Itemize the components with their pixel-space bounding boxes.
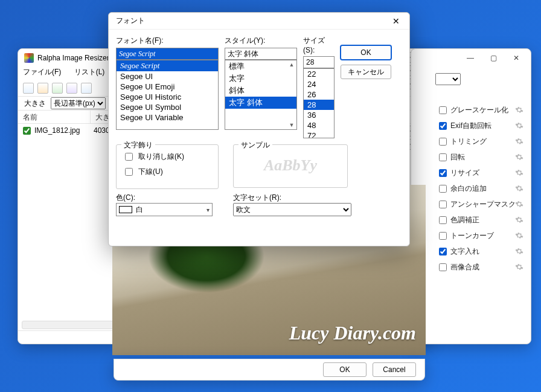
side-item-check-7[interactable] xyxy=(439,216,447,224)
side-item-7[interactable]: 色調補正 xyxy=(411,212,531,228)
font-style-column: スタイル(Y): ▲▼ 標準太字斜体太字 斜体 xyxy=(225,36,297,138)
font-size-list[interactable]: 22242628364872 xyxy=(303,68,335,138)
charset-select[interactable]: 欧文 xyxy=(233,203,351,216)
font-dialog-close-icon[interactable]: ✕ xyxy=(388,14,405,28)
side-item-1[interactable]: Exif自動回転 xyxy=(411,118,531,133)
font-style-list[interactable]: ▲▼ 標準太字斜体太字 斜体 xyxy=(225,60,297,130)
toolbar-icon-4[interactable] xyxy=(66,83,77,94)
size-basis-select[interactable]: 長辺基準(px) xyxy=(51,97,106,109)
font-list-item-5[interactable]: Segoe UI Variable xyxy=(117,112,218,123)
font-list-item-1[interactable]: Segoe UI xyxy=(117,71,218,82)
font-ok-button[interactable]: OK xyxy=(341,45,391,60)
gear-icon[interactable] xyxy=(515,216,523,224)
size-list-item-4[interactable]: 36 xyxy=(304,110,334,120)
close-button[interactable]: ✕ xyxy=(505,51,527,65)
style-list-item-3[interactable]: 太字 斜体 xyxy=(225,97,296,109)
size-list-item-6[interactable]: 72 xyxy=(304,130,334,138)
side-item-check-5[interactable] xyxy=(439,185,447,193)
side-item-10[interactable]: 画像合成 xyxy=(411,259,531,275)
gear-icon[interactable] xyxy=(515,137,523,146)
gear-icon[interactable] xyxy=(515,106,523,114)
side-item-label-10: 画像合成 xyxy=(450,262,479,272)
gear-icon[interactable] xyxy=(515,263,523,271)
style-list-item-0[interactable]: 標準 xyxy=(225,60,296,72)
font-dialog-titlebar: フォント ✕ xyxy=(109,13,409,30)
toolbar-icon-3[interactable] xyxy=(52,83,63,94)
side-item-check-0[interactable] xyxy=(439,106,447,114)
font-list-item-2[interactable]: Segoe UI Emoji xyxy=(117,82,218,92)
preview-watermark: Lucy Diary.com xyxy=(289,322,416,344)
side-item-check-9[interactable] xyxy=(439,248,447,255)
gear-icon[interactable] xyxy=(515,169,523,177)
side-item-label-2: トリミング xyxy=(450,137,487,147)
gear-icon[interactable] xyxy=(515,231,523,240)
side-item-label-4: リサイズ xyxy=(450,168,479,178)
file-row-check[interactable] xyxy=(23,127,31,135)
font-name-list[interactable]: Segoe ScriptSegoe UISegoe UI EmojiSegoe … xyxy=(116,60,219,130)
inner-cancel-button[interactable]: Cancel xyxy=(373,362,416,377)
side-item-6[interactable]: アンシャープマスク xyxy=(411,196,531,212)
gear-icon[interactable] xyxy=(515,121,523,130)
font-list-item-3[interactable]: Segoe UI Historic xyxy=(117,92,218,102)
style-list-item-1[interactable]: 太字 xyxy=(225,72,296,85)
size-list-item-1[interactable]: 24 xyxy=(304,79,334,89)
side-item-label-7: 色調補正 xyxy=(450,215,479,225)
font-name-label: フォント名(F): xyxy=(116,36,219,46)
ralpha-title-text: Ralpha Image Resizer - xyxy=(37,49,114,67)
minimize-button[interactable]: — xyxy=(459,51,481,65)
side-item-check-4[interactable] xyxy=(439,169,447,177)
side-item-label-5: 余白の追加 xyxy=(450,184,487,194)
toolbar-icon-2[interactable] xyxy=(37,83,48,94)
menu-file[interactable]: ファイル(F) xyxy=(23,68,61,76)
gear-icon[interactable] xyxy=(515,247,523,255)
side-item-check-1[interactable] xyxy=(439,122,447,130)
sample-legend: サンプル xyxy=(238,140,272,150)
font-size-column: サイズ(S): 22242628364872 xyxy=(303,36,335,138)
side-item-0[interactable]: グレースケール化 xyxy=(411,102,531,118)
gear-icon[interactable] xyxy=(515,200,523,208)
sample-text: AaBbYy xyxy=(264,156,317,175)
side-item-3[interactable]: 回転 xyxy=(411,149,531,165)
size-list-item-2[interactable]: 26 xyxy=(304,89,334,100)
side-item-9[interactable]: 文字入れ xyxy=(411,243,531,259)
sample-group: サンプル AaBbYy xyxy=(233,144,348,188)
size-list-item-3[interactable]: 28 xyxy=(304,100,334,110)
font-list-item-0[interactable]: Segoe Script xyxy=(117,60,218,71)
gear-icon[interactable] xyxy=(515,153,523,161)
inner-ok-button[interactable]: OK xyxy=(323,362,367,377)
size-list-item-5[interactable]: 48 xyxy=(304,120,334,130)
toolbar-icon-5[interactable] xyxy=(81,83,92,94)
decoration-legend: 文字飾り xyxy=(121,140,155,150)
font-dialog: フォント ✕ フォント名(F): Segoe ScriptSegoe UISeg… xyxy=(108,12,410,246)
color-label: 色(C): xyxy=(116,193,222,203)
underline-checkbox[interactable] xyxy=(125,168,133,176)
side-item-check-3[interactable] xyxy=(439,153,447,161)
side-item-4[interactable]: リサイズ xyxy=(411,165,531,181)
gear-icon[interactable] xyxy=(515,184,523,193)
side-item-check-10[interactable] xyxy=(439,263,447,271)
font-cancel-button[interactable]: キャンセル xyxy=(341,65,391,79)
underline-checkbox-row: 下線(U) xyxy=(123,166,212,178)
strike-checkbox[interactable] xyxy=(125,153,133,161)
font-style-input[interactable] xyxy=(225,48,297,60)
side-item-check-8[interactable] xyxy=(439,232,447,240)
side-item-2[interactable]: トリミング xyxy=(411,133,531,149)
side-item-label-1: Exif自動回転 xyxy=(450,121,491,131)
size-label: 大きさ xyxy=(24,98,46,109)
side-item-8[interactable]: トーンカーブ xyxy=(411,228,531,243)
side-item-5[interactable]: 余白の追加 xyxy=(411,181,531,196)
font-size-input[interactable] xyxy=(303,56,335,68)
toolbar-icon-1[interactable] xyxy=(23,83,34,94)
maximize-button[interactable]: ▢ xyxy=(482,51,504,65)
size-list-item-0[interactable]: 22 xyxy=(304,69,334,79)
color-select[interactable]: 白 ▾ xyxy=(116,203,213,216)
side-item-check-2[interactable] xyxy=(439,138,447,146)
menu-list[interactable]: リスト(L) xyxy=(74,68,105,76)
side-top-select[interactable] xyxy=(435,73,461,85)
font-list-item-4[interactable]: Segoe UI Symbol xyxy=(117,102,218,112)
side-item-check-6[interactable] xyxy=(439,201,447,208)
strike-checkbox-row: 取り消し線(K) xyxy=(123,151,212,162)
col-name[interactable]: 名前 xyxy=(18,111,91,123)
font-name-input[interactable] xyxy=(116,48,219,60)
style-list-item-2[interactable]: 斜体 xyxy=(225,85,296,97)
